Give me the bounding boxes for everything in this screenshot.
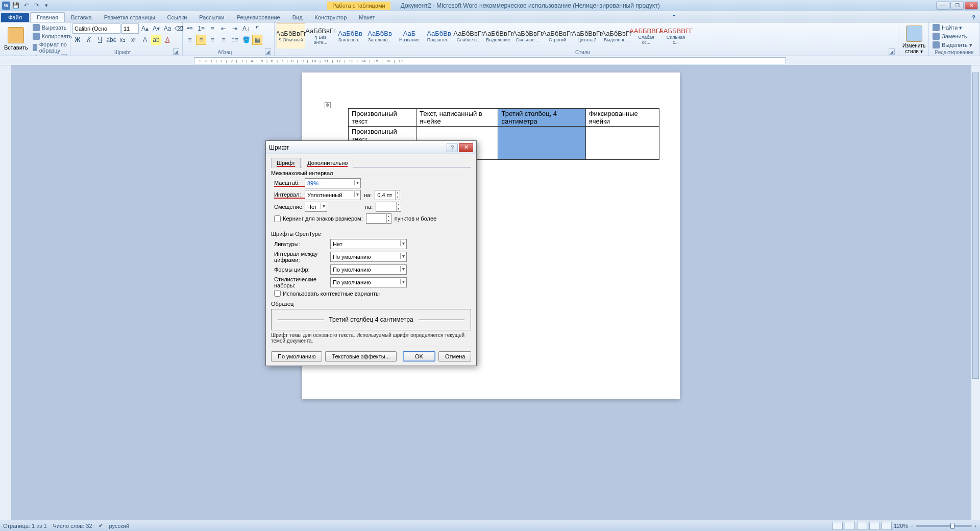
style-item[interactable]: АаБНазвание (395, 23, 424, 49)
ribbon-minimize-icon[interactable]: ⌃ (670, 12, 678, 22)
qat-customize-icon[interactable]: ▾ (42, 1, 51, 10)
view-draft-icon[interactable] (881, 522, 892, 530)
table-cell[interactable]: Текст, написанный в ячейке (416, 109, 498, 127)
shrink-font-icon[interactable]: A▾ (151, 23, 161, 34)
styles-launcher[interactable]: ◢ (889, 49, 895, 55)
text-effects-button[interactable]: Текстовые эффекты... (325, 351, 397, 361)
underline-icon[interactable]: Ч (95, 35, 105, 45)
superscript-icon[interactable]: x² (129, 35, 139, 45)
redo-icon[interactable]: ↷ (32, 1, 41, 10)
dialog-tab-font[interactable]: Шрифт (271, 158, 301, 168)
style-item[interactable]: АаБбВвГг¶ Обычный (277, 23, 305, 49)
table-cell-selected[interactable] (498, 127, 585, 160)
multilevel-icon[interactable]: ≡ (207, 23, 217, 34)
italic-icon[interactable]: К (84, 35, 94, 45)
table-row[interactable]: Произвольный текст Текст, написанный в я… (349, 109, 659, 127)
cut-button[interactable]: Вырезать (31, 23, 74, 32)
justify-icon[interactable]: ≡ (218, 35, 229, 45)
status-words[interactable]: Число слов: 32 (53, 523, 92, 529)
style-item[interactable]: ААББВВГГСильная с... (662, 23, 690, 49)
tab-home[interactable]: Главная (30, 12, 65, 22)
style-item[interactable]: АаБбВвГгСлабое в... (454, 23, 483, 49)
position-combo[interactable]: Нет (305, 202, 327, 212)
change-styles-button[interactable]: Изменить стили ▾ (900, 25, 927, 55)
contextual-checkbox[interactable]: Использовать контекстные варианты (274, 290, 471, 297)
help-icon[interactable]: ? (970, 13, 977, 22)
tab-table-layout[interactable]: Макет (353, 13, 381, 22)
save-icon[interactable]: 💾 (11, 1, 20, 10)
font-launcher[interactable]: ◢ (173, 49, 179, 55)
strike-icon[interactable]: abc (106, 35, 116, 45)
tab-mailings[interactable]: Рассылки (193, 13, 230, 22)
tab-table-design[interactable]: Конструктор (309, 13, 353, 22)
table-cell-selected[interactable]: Третий столбец, 4 сантиметра (498, 109, 585, 127)
copy-button[interactable]: Копировать (31, 32, 74, 40)
position-by-spin[interactable] (376, 202, 401, 212)
find-button[interactable]: Найти ▾ (931, 23, 974, 32)
style-item[interactable]: ААББВВГГСлабая сс... (632, 23, 660, 49)
borders-icon[interactable]: ▦ (252, 35, 262, 45)
tab-insert[interactable]: Вставка (65, 13, 98, 22)
replace-button[interactable]: Заменить (931, 32, 974, 40)
dialog-help-button[interactable]: ? (447, 143, 458, 152)
zoom-in-icon[interactable]: + (974, 523, 977, 529)
shading-icon[interactable]: 🪣 (241, 35, 251, 45)
font-color-icon[interactable]: A (162, 35, 173, 45)
style-item[interactable]: АаБбВвЗаголово... (336, 23, 364, 49)
spacing-by-spin[interactable]: 0,4 пт (375, 190, 400, 200)
view-print-layout-icon[interactable] (832, 522, 843, 530)
table-cell[interactable] (585, 127, 659, 160)
grow-font-icon[interactable]: A▴ (140, 23, 150, 34)
line-spacing-icon[interactable]: ‡≡ (230, 35, 240, 45)
text-effects-icon[interactable]: A (140, 35, 150, 45)
zoom-out-icon[interactable]: − (910, 523, 913, 529)
tab-view[interactable]: Вид (286, 13, 309, 22)
view-outline-icon[interactable] (869, 522, 879, 530)
view-fullscreen-icon[interactable] (845, 522, 855, 530)
align-center-icon[interactable]: ≡ (196, 35, 206, 45)
numforms-combo[interactable]: По умолчанию (330, 264, 407, 275)
style-item[interactable]: АаБбВвГгЦитата 2 (573, 23, 601, 49)
table-cell[interactable]: Фиксированные ячейки (585, 109, 659, 127)
status-language[interactable]: русский (109, 523, 129, 529)
cancel-button[interactable]: Отмена (438, 351, 471, 361)
sort-icon[interactable]: A↓ (241, 23, 251, 34)
undo-icon[interactable]: ↶ (21, 1, 31, 10)
style-item[interactable]: АаБбВвГгСтрогий (543, 23, 572, 49)
close-button[interactable]: ✕ (965, 2, 978, 10)
indent-dec-icon[interactable]: ⇤ (218, 23, 229, 34)
dialog-titlebar[interactable]: Шрифт ? ✕ (266, 141, 476, 154)
style-item[interactable]: АаБбВвГгВыделение (484, 23, 512, 49)
status-zoom[interactable]: 120% (894, 523, 908, 529)
align-right-icon[interactable]: ≡ (207, 35, 217, 45)
scale-combo[interactable]: 89% (305, 178, 361, 188)
spacing-combo[interactable]: Уплотненный (305, 190, 361, 200)
show-marks-icon[interactable]: ¶ (252, 23, 262, 34)
dialog-close-button[interactable]: ✕ (459, 143, 473, 152)
numspacing-combo[interactable]: По умолчанию (330, 252, 407, 262)
style-item[interactable]: АаБбВвПодзагол... (425, 23, 453, 49)
paragraph-launcher[interactable]: ◢ (265, 49, 271, 55)
indent-inc-icon[interactable]: ⇥ (230, 23, 240, 34)
zoom-slider[interactable] (916, 525, 972, 527)
default-button[interactable]: По умолчанию (271, 351, 322, 361)
zoom-slider-thumb[interactable] (950, 523, 954, 529)
clear-format-icon[interactable]: ⌫ (174, 23, 184, 34)
stylesets-combo[interactable]: По умолчанию (330, 277, 407, 287)
tab-pagelayout[interactable]: Разметка страницы (98, 13, 161, 22)
change-case-icon[interactable]: Aa (162, 23, 173, 34)
dialog-tab-advanced[interactable]: Дополнительно (302, 158, 353, 168)
numbering-icon[interactable]: 1≡ (196, 23, 206, 34)
vertical-ruler[interactable] (0, 65, 11, 520)
tab-review[interactable]: Рецензирование (231, 13, 286, 22)
kerning-checkbox[interactable]: Кернинг для знаков размером: (274, 215, 363, 222)
table-move-handle[interactable]: ✥ (325, 102, 331, 108)
minimize-button[interactable]: — (936, 2, 949, 10)
style-item[interactable]: АаБбВвЗаголово... (365, 23, 394, 49)
kerning-check-input[interactable] (274, 215, 281, 222)
table-cell[interactable]: Произвольный текст (349, 109, 416, 127)
font-name-combo[interactable]: Calibri (Осно (72, 23, 120, 34)
align-left-icon[interactable]: ≡ (185, 35, 195, 45)
paste-button[interactable]: Вставить (2, 26, 30, 52)
restore-button[interactable]: ❐ (950, 2, 964, 10)
